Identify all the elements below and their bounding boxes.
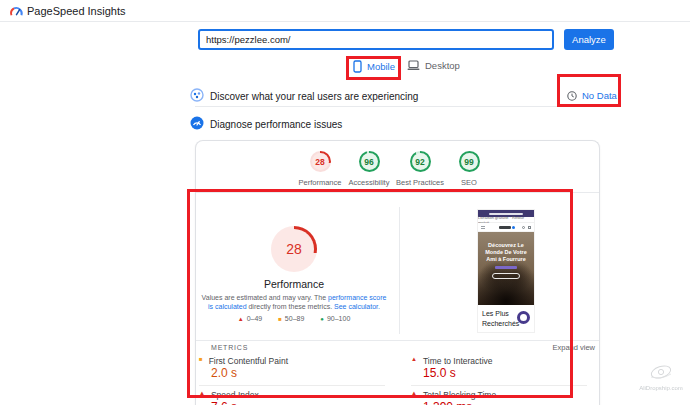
diagnose-gauge-icon [190, 116, 204, 130]
see-calculator-link[interactable]: See calculator. [334, 303, 380, 310]
performance-gauge: 28 [271, 226, 317, 272]
cart-icon [528, 226, 531, 229]
score-ring-best-practices: 92 [410, 151, 431, 172]
thumb-hero: Découvrez Le Monde De Votre Ami à Fourru… [478, 232, 534, 305]
card-divider [196, 192, 599, 193]
thumb-section-title: Les Plus Recherchés [482, 309, 516, 329]
score-label: SEO [439, 178, 499, 187]
search-icon [522, 226, 525, 229]
average-square-icon: ■ [278, 316, 282, 322]
desktop-icon [407, 60, 420, 71]
score-value: 99 [461, 153, 478, 170]
disclaimer-text: Values are estimated and may vary. The [202, 294, 328, 301]
metric-label: Total Blocking Time [423, 390, 496, 400]
metric-value-tbt: 1,390 ms [423, 400, 472, 405]
metrics-heading: METRICS [211, 344, 248, 351]
field-data-status[interactable]: No Data [567, 90, 617, 101]
real-users-icon [190, 88, 204, 102]
site-logo [499, 226, 511, 229]
gauge-disclaimer: Values are estimated and may vary. The p… [201, 293, 387, 311]
score-ring-accessibility: 96 [359, 151, 380, 172]
tab-desktop-label: Desktop [425, 60, 460, 71]
metric-value-tti: 15.0 s [423, 366, 456, 380]
thumb-hero-button [492, 273, 520, 279]
url-input[interactable] [198, 29, 554, 50]
thumb-hero-title: Découvrez Le Monde De Votre Ami à Fourru… [484, 232, 528, 263]
legend-average: ■50–89 [278, 315, 304, 322]
metric-label: Speed Index [211, 390, 259, 400]
thumb-hero-tag [495, 266, 517, 269]
tab-desktop[interactable]: Desktop [407, 60, 460, 71]
legend-fail: ▲0–49 [238, 315, 263, 322]
legend-pass-range: 90–100 [327, 315, 350, 322]
site-screenshot-thumbnail[interactable]: Livraison gratuite · Retour gratuit Déco… [478, 210, 534, 332]
metric-time-to-interactive: ▲ Time to Interactive [411, 356, 493, 366]
legend-average-range: 50–89 [285, 315, 304, 322]
score-ring-seo: 99 [459, 151, 480, 172]
site-logo-accent [512, 226, 515, 229]
metrics-divider [196, 340, 599, 341]
fail-triangle-icon: ▲ [199, 390, 205, 396]
thumb-section: Les Plus Recherchés [478, 305, 534, 332]
tab-mobile[interactable]: Mobile [353, 60, 395, 73]
menu-icon [481, 226, 485, 229]
pagespeed-insights-page: PageSpeed Insights Analyze Mobile Deskto… [0, 0, 690, 405]
app-title: PageSpeed Insights [27, 5, 125, 17]
score-value: 92 [412, 153, 429, 170]
metric-row-divider [199, 385, 385, 386]
score-value: 96 [361, 153, 378, 170]
expand-view-link[interactable]: Expand view [545, 343, 595, 352]
fail-triangle-icon: ▲ [238, 316, 244, 322]
metric-row-divider [411, 385, 587, 386]
thumb-navbar [478, 223, 534, 232]
watermark-text: AliDropship.com [634, 385, 688, 391]
legend-pass: ●90–100 [320, 315, 350, 322]
metric-label: Time to Interactive [423, 356, 493, 366]
metric-first-contentful-paint: ■ First Contentful Paint [199, 356, 288, 366]
performance-gauge-value: 28 [274, 229, 314, 269]
tab-mobile-label: Mobile [367, 61, 395, 72]
vertical-divider [399, 207, 400, 334]
watermark: AliDropship.com [634, 364, 688, 391]
score-value: 28 [312, 153, 329, 170]
fail-triangle-icon: ▲ [411, 390, 417, 396]
thumb-category-ring [517, 311, 530, 324]
metric-speed-index: ▲ Speed Index [199, 390, 259, 400]
diagnose-section-title: Diagnose performance issues [210, 119, 342, 130]
score-seo[interactable]: 99 SEO [439, 151, 499, 187]
metric-label: First Contentful Paint [209, 356, 288, 366]
mobile-phone-icon [353, 60, 362, 73]
disclaimer-text: directly from these metrics. [247, 303, 335, 310]
performance-gauge-title: Performance [204, 278, 384, 290]
discover-section-title: Discover what your real users are experi… [210, 91, 418, 102]
score-ring-performance: 28 [310, 151, 331, 172]
watermark-swirl-icon [648, 364, 674, 380]
pagespeed-logo-icon [9, 4, 24, 19]
score-legend: ▲0–49 ■50–89 ●90–100 [204, 315, 384, 322]
pass-circle-icon: ● [320, 316, 324, 322]
metric-value-fcp: 2.0 s [211, 366, 237, 380]
legend-fail-range: 0–49 [247, 315, 263, 322]
average-square-icon: ■ [199, 356, 203, 362]
no-data-label: No Data [582, 90, 617, 101]
metric-total-blocking-time: ▲ Total Blocking Time [411, 390, 496, 400]
section-divider [195, 106, 613, 107]
metric-value-si: 7.6 s [211, 400, 237, 405]
analyze-button[interactable]: Analyze [564, 29, 614, 50]
fail-triangle-icon: ▲ [411, 356, 417, 362]
clock-icon [567, 91, 577, 101]
